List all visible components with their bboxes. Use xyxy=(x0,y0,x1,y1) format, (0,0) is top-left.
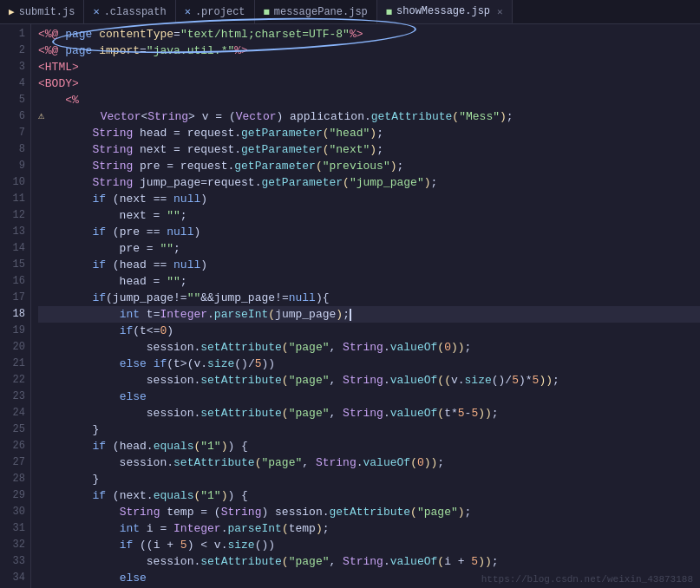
ln-32: 32 xyxy=(3,537,25,553)
ln-33: 33 xyxy=(3,553,25,570)
ln-15: 15 xyxy=(3,257,25,273)
code-line-9: String pre = request.getParameter("previ… xyxy=(38,158,700,174)
code-line-30: String temp = (String) session.getAttrib… xyxy=(38,504,700,520)
code-line-26: if (head.equals("1")) { xyxy=(38,438,700,454)
ln-8: 8 xyxy=(3,141,25,158)
ln-25: 25 xyxy=(3,421,25,438)
ln-30: 30 xyxy=(3,504,25,520)
jsp-icon-2: ◼ xyxy=(386,5,392,18)
ln-31: 31 xyxy=(3,520,25,537)
tab-project[interactable]: ✕ .project xyxy=(176,0,255,23)
tab-label: messagePane.jsp xyxy=(274,6,368,18)
code-line-33: session.setAttribute("page", String.valu… xyxy=(38,553,700,570)
ln-6: 6 xyxy=(3,108,25,125)
line-numbers: 1 2 3 4 5 6 7 8 9 10 11 12 13 14 15 16 1… xyxy=(0,24,31,588)
tab-showmessage[interactable]: ◼ showMessage.jsp ✕ xyxy=(377,0,513,23)
tab-label: showMessage.jsp xyxy=(396,5,490,17)
ln-34: 34 xyxy=(3,570,25,586)
code-line-28: } xyxy=(38,471,700,487)
tab-label: .project xyxy=(195,6,245,18)
text-cursor xyxy=(350,309,351,321)
code-line-22: session.setAttribute("page", String.valu… xyxy=(38,372,700,389)
code-line-5: <% xyxy=(38,92,700,108)
ln-21: 21 xyxy=(3,356,25,372)
code-line-12: next = ""; xyxy=(38,207,700,224)
code-line-1: <%@ page contentType="text/html;charset=… xyxy=(38,26,700,42)
code-line-13: if (pre == null) xyxy=(38,224,700,240)
ln-29: 29 xyxy=(3,487,25,504)
code-line-3: <HTML> xyxy=(38,59,700,75)
tab-classpath[interactable]: ✕ .classpath xyxy=(84,0,175,23)
code-line-2: <%@ page import="java.util.*"%> xyxy=(38,42,700,59)
code-line-31: int i = Integer.parseInt(temp); xyxy=(38,520,700,537)
ln-2: 2 xyxy=(3,42,25,59)
watermark: https://blog.csdn.net/weixin_43873188 xyxy=(481,574,693,585)
ln-17: 17 xyxy=(3,290,25,306)
jsp-icon-1: ◼ xyxy=(264,5,270,18)
ln-18: 18 xyxy=(3,306,25,323)
ln-4: 4 xyxy=(3,75,25,92)
js-icon: ▶ xyxy=(9,6,15,17)
code-line-7: String head = request.getParameter("head… xyxy=(38,125,700,141)
code-line-20: session.setAttribute("page", String.valu… xyxy=(38,339,700,356)
code-line-14: pre = ""; xyxy=(38,240,700,257)
ln-26: 26 xyxy=(3,438,25,454)
ln-23: 23 xyxy=(3,389,25,405)
ln-10: 10 xyxy=(3,174,25,191)
ln-3: 3 xyxy=(3,59,25,75)
warning-icon: ⚠ xyxy=(38,108,44,125)
code-line-8: String next = request.getParameter("next… xyxy=(38,141,700,158)
code-line-16: head = ""; xyxy=(38,273,700,290)
x-icon-1: ✕ xyxy=(93,5,99,18)
code-line-11: if (next == null) xyxy=(38,191,700,207)
ln-9: 9 xyxy=(3,158,25,174)
ln-1: 1 xyxy=(3,26,25,42)
code-line-32: if ((i + 5) < v.size()) xyxy=(38,537,700,553)
tab-label: .classpath xyxy=(104,6,167,18)
ln-12: 12 xyxy=(3,207,25,224)
ln-16: 16 xyxy=(3,273,25,290)
tab-submit[interactable]: ▶ submit.js xyxy=(0,0,84,23)
ln-28: 28 xyxy=(3,471,25,487)
code-line-6: ⚠ Vector<String> v = (Vector) applicatio… xyxy=(38,108,700,125)
ln-7: 7 xyxy=(3,125,25,141)
tab-bar: ▶ submit.js ✕ .classpath ✕ .project ◼ me… xyxy=(0,0,700,24)
ln-27: 27 xyxy=(3,454,25,471)
x-icon-2: ✕ xyxy=(185,5,191,18)
code-line-4: <BODY> xyxy=(38,75,700,92)
ln-11: 11 xyxy=(3,191,25,207)
code-line-17: if(jump_page!=""&&jump_page!=null){ xyxy=(38,290,700,306)
code-line-29: if (next.equals("1")) { xyxy=(38,487,700,504)
tab-messagepane[interactable]: ◼ messagePane.jsp xyxy=(255,0,377,23)
ln-5: 5 xyxy=(3,92,25,108)
ln-20: 20 xyxy=(3,339,25,356)
code-content[interactable]: <%@ page contentType="text/html;charset=… xyxy=(31,24,700,588)
ln-22: 22 xyxy=(3,372,25,389)
code-line-21: else if(t>(v.size()/5)) xyxy=(38,356,700,372)
code-area[interactable]: 1 2 3 4 5 6 7 8 9 10 11 12 13 14 15 16 1… xyxy=(0,24,700,588)
code-line-23: else xyxy=(38,389,700,405)
code-line-10: String jump_page=request.getParameter("j… xyxy=(38,174,700,191)
code-line-24: session.setAttribute("page", String.valu… xyxy=(38,405,700,421)
code-line-25: } xyxy=(38,421,700,438)
code-line-19: if(t<=0) xyxy=(38,323,700,339)
tab-close-icon[interactable]: ✕ xyxy=(497,6,503,17)
code-line-18: int t=Integer.parseInt(jump_page); xyxy=(38,306,700,323)
ln-14: 14 xyxy=(3,240,25,257)
ln-24: 24 xyxy=(3,405,25,421)
ln-19: 19 xyxy=(3,323,25,339)
code-line-15: if (head == null) xyxy=(38,257,700,273)
ln-13: 13 xyxy=(3,224,25,240)
tab-label: submit.js xyxy=(19,6,75,18)
code-line-27: session.setAttribute("page", String.valu… xyxy=(38,454,700,471)
